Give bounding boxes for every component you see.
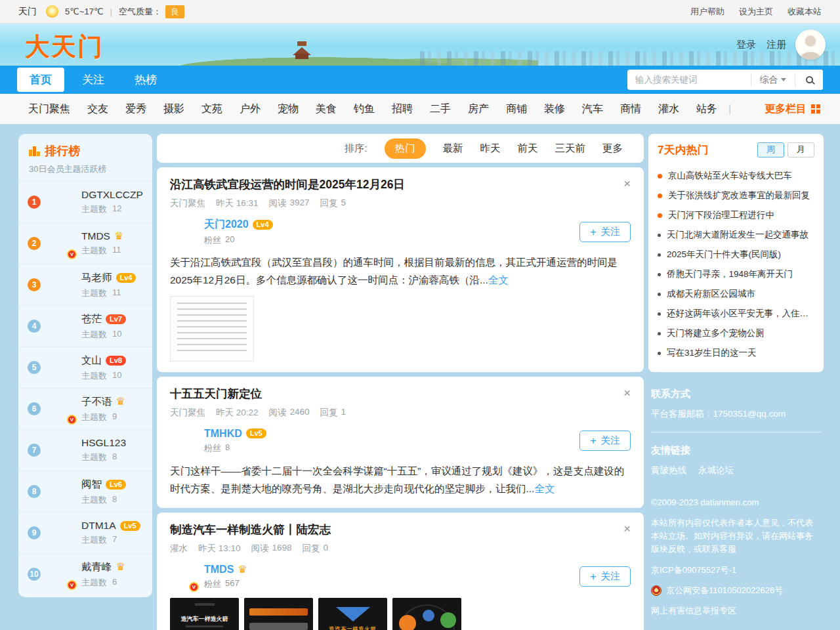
hot-topic-link[interactable]: 京山高铁站至火车站专线大巴车 — [668, 170, 792, 182]
category-link[interactable]: 交友 — [79, 102, 117, 116]
avatar[interactable] — [795, 30, 826, 60]
slide-thumbnail[interactable] — [244, 598, 313, 630]
ranking-row[interactable]: 5 文山 Lv8 主题数 10 — [18, 346, 152, 388]
member-name[interactable]: 马老师 — [81, 271, 112, 285]
icp-record-link[interactable]: 京ICP备09075527号-1 — [651, 564, 821, 577]
friend-link[interactable]: 黄陂热线 — [651, 465, 686, 476]
member-name[interactable]: HSGL123 — [81, 437, 126, 449]
member-name[interactable]: 文山 — [81, 354, 102, 368]
follow-button[interactable]: + 关注 — [579, 222, 631, 242]
post-title[interactable]: 制造汽车一样制造火箭丨陆宏志 — [170, 522, 331, 537]
category-link[interactable]: 文苑 — [193, 102, 231, 116]
category-link[interactable]: 摄影 — [155, 102, 193, 116]
topbar-link[interactable]: 设为主页 — [739, 6, 773, 18]
search-scope-dropdown[interactable]: 综合 — [751, 74, 795, 86]
ranking-row[interactable]: 6 子不语 主题数 9 — [18, 388, 152, 429]
topbar-link[interactable]: 用户帮助 — [690, 6, 724, 18]
more-columns-button[interactable]: 更多栏目 — [765, 102, 820, 116]
member-name[interactable]: TMDS — [81, 230, 110, 242]
topbar-link[interactable]: 收藏本站 — [788, 6, 822, 18]
ranking-row[interactable]: 3 马老师 Lv4 主题数 11 — [18, 264, 152, 305]
close-icon[interactable]: × — [616, 387, 631, 399]
member-name[interactable]: 苍茫 — [81, 312, 102, 326]
nav-tab[interactable]: 热榜 — [122, 68, 169, 92]
hot-topic-link[interactable]: 侨胞天门寻亲，1948年离开天门 — [667, 268, 793, 280]
ranking-row[interactable]: 4 苍茫 Lv7 主题数 10 — [18, 305, 152, 346]
hot-topic-link[interactable]: 天门将建立多个宠物公厕 — [667, 327, 765, 339]
slide-thumbnail[interactable]: 造汽车一样造火箭 — [170, 598, 239, 630]
report-link[interactable]: 网上有害信息举报专区 — [651, 604, 821, 618]
member-name[interactable]: 子不语 — [81, 395, 112, 409]
category-link[interactable]: 户外 — [231, 102, 269, 116]
hot-topic-link[interactable]: 成都天府新区公园城市 — [667, 288, 755, 300]
category-link[interactable]: 天门聚焦 — [20, 102, 79, 116]
category-link[interactable]: 招聘 — [383, 102, 421, 116]
close-icon[interactable]: × — [616, 177, 631, 190]
sort-option[interactable]: 昨天 — [480, 142, 501, 156]
week-toggle-button[interactable]: 周 — [757, 142, 784, 158]
ranking-row[interactable]: 2 TMDS 主题数 11 — [18, 222, 152, 264]
sort-option[interactable]: 更多 — [602, 142, 623, 156]
member-name[interactable]: DTM1A — [81, 520, 116, 532]
follow-button[interactable]: + 关注 — [579, 430, 631, 451]
sort-option[interactable]: 三天前 — [555, 142, 586, 156]
category-link[interactable]: 装修 — [536, 102, 574, 116]
category-link[interactable]: 宠物 — [269, 102, 307, 116]
hot-topic-link[interactable]: 2025年天门十件大事(民间版) — [667, 249, 781, 261]
read-more-link[interactable]: 全文 — [534, 483, 555, 494]
author-name[interactable]: TMHKD — [204, 428, 242, 440]
search-icon — [806, 76, 813, 83]
category-link[interactable]: 商铺 — [497, 102, 536, 116]
sort-option[interactable]: 前天 — [518, 142, 538, 156]
slide-thumbnail[interactable] — [392, 598, 461, 630]
category-link[interactable]: 钓鱼 — [345, 102, 383, 116]
post-category[interactable]: 灌水 — [170, 543, 188, 555]
site-logo[interactable]: 大天门 — [25, 30, 104, 64]
search-input[interactable] — [627, 75, 751, 85]
search-button[interactable] — [795, 70, 823, 90]
login-link[interactable]: 登录 — [736, 39, 756, 51]
category-link[interactable]: 二手 — [421, 102, 459, 116]
post-category[interactable]: 天门聚焦 — [170, 407, 205, 419]
hot-topic-link[interactable]: 天门河下段治理工程进行中 — [668, 209, 774, 221]
sort-option[interactable]: 热门 — [385, 138, 426, 159]
hot-topic-link[interactable]: 还好这两年该小区平安无事，入住两… — [667, 308, 814, 320]
category-link[interactable]: 美食 — [307, 102, 345, 116]
member-name[interactable]: 阀智 — [81, 478, 102, 492]
member-name[interactable]: 戴青峰 — [81, 560, 112, 574]
post-title[interactable]: 十五五天门新定位 — [170, 387, 262, 402]
ranking-row[interactable]: 10 戴青峰 主题数 6 — [18, 553, 152, 595]
category-link[interactable]: 灌水 — [650, 102, 688, 116]
post-title[interactable]: 沿江高铁武宜段运营的时间是2025年12月26日 — [170, 177, 405, 192]
register-link[interactable]: 注册 — [766, 39, 786, 51]
read-more-link[interactable]: 全文 — [488, 274, 509, 285]
friend-link[interactable]: 永城论坛 — [698, 465, 734, 476]
hot-topic-link[interactable]: 天门北湖大道附近发生一起交通事故 — [667, 229, 808, 241]
hot-topic-link[interactable]: 写在31岁生日的这一天 — [667, 347, 757, 359]
topic-count-value: 9 — [112, 411, 117, 423]
ranking-row[interactable]: 8 阀智 Lv6 主题数 8 — [18, 471, 152, 512]
close-icon[interactable]: × — [616, 522, 631, 535]
post-thumbnail-screenshot[interactable] — [170, 296, 254, 362]
police-record-link[interactable]: 京公网安备11010502022626号 — [666, 584, 783, 597]
category-link[interactable]: 爱秀 — [117, 102, 155, 116]
ranking-row[interactable]: 7 HSGL123 主题数 8 — [18, 429, 152, 471]
post-category[interactable]: 天门聚焦 — [170, 198, 205, 209]
topic-count-value: 11 — [112, 287, 121, 299]
follow-button[interactable]: + 关注 — [579, 566, 631, 587]
category-link[interactable]: 商情 — [612, 102, 650, 116]
nav-tab[interactable]: 首页 — [17, 68, 64, 92]
category-link[interactable]: 汽车 — [574, 102, 612, 116]
ranking-row[interactable]: 1 DGTXLCCZP 主题数 12 — [18, 181, 152, 222]
hot-topic-link[interactable]: 关于张洪线扩宽改造事宜的最新回复 — [668, 190, 810, 201]
author-name[interactable]: 天门2020 — [204, 218, 249, 232]
slide-thumbnail[interactable]: 造汽车一样造火箭 — [318, 598, 387, 630]
category-link[interactable]: 站务 — [688, 102, 726, 116]
ranking-row[interactable]: 9 DTM1A Lv5 主题数 7 — [18, 512, 152, 553]
category-link[interactable]: 房产 — [459, 102, 497, 116]
member-name[interactable]: DGTXLCCZP — [81, 189, 143, 201]
month-toggle-button[interactable]: 月 — [788, 142, 814, 158]
nav-tab[interactable]: 关注 — [70, 68, 117, 92]
author-name[interactable]: TMDS — [204, 564, 234, 576]
sort-option[interactable]: 最新 — [443, 142, 463, 156]
